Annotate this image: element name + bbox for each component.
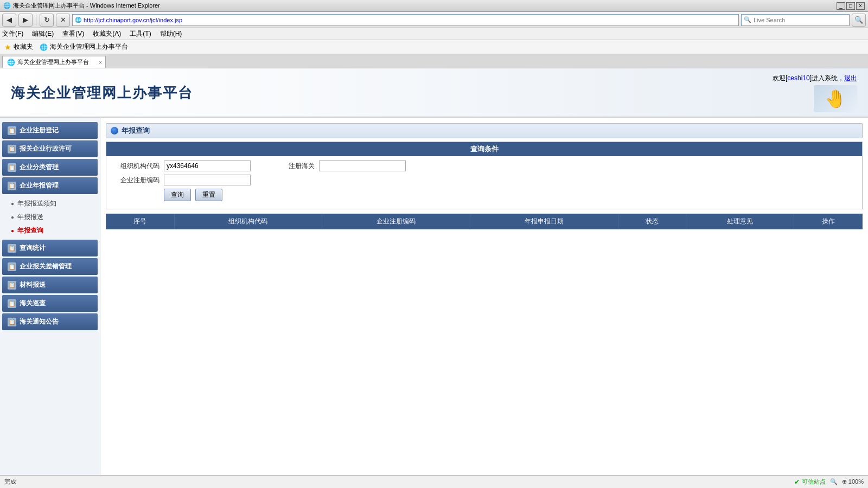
- sub-items-annual: ● 年报报送须知 ● 年报报送 ● 年报查询: [0, 196, 100, 240]
- titlebar-right: _ □ ×: [837, 2, 865, 10]
- org-code-input[interactable]: [164, 160, 251, 171]
- address-bar[interactable]: 🌐 http://jcf.chinaport.gov.cn/jcf/index.…: [72, 14, 739, 26]
- status-text: 完成: [4, 478, 16, 486]
- section-title: 年报查询: [122, 126, 150, 136]
- minimize-button[interactable]: _: [837, 2, 845, 10]
- titlebar-title: 海关企业管理网上办事平台 - Windows Internet Explorer: [13, 2, 160, 10]
- results-table: 序号 组织机构代码 企业注册编码 年报申报日期 状态 处理意见 操作: [106, 214, 863, 229]
- trusted-text: 可信站点: [802, 478, 826, 486]
- address-text: http://jcf.chinaport.gov.cn/jcf/index.js…: [84, 17, 736, 23]
- menu-tools[interactable]: 工具(T): [130, 29, 151, 38]
- header-right: 欢迎[ceshi10]进入系统，退出 🤚: [773, 74, 857, 112]
- sidebar-item-customs-error[interactable]: 📋 企业报关差错管理: [2, 258, 98, 275]
- welcome-prefix: 欢迎[: [773, 74, 787, 82]
- browser-tab[interactable]: 🌐 海关企业管理网上办事平台 ×: [2, 56, 106, 68]
- sidebar-item-customs-inspection[interactable]: 📋 海关巡查: [2, 295, 98, 312]
- sidebar-label-stats: 查询统计: [20, 243, 46, 253]
- query-button[interactable]: 查询: [164, 189, 191, 201]
- sidebar-label-notice: 海关通知公告: [20, 317, 59, 326]
- welcome-user: ceshi10: [787, 74, 809, 82]
- bullet-notice: ●: [11, 201, 14, 207]
- favorites-text: 收藏夹: [14, 42, 33, 52]
- sidebar-icon-notice: 📋: [8, 318, 16, 326]
- sidebar-item-material-submit[interactable]: 📋 材料报送: [2, 277, 98, 293]
- reset-button[interactable]: 重置: [195, 189, 222, 201]
- sidebar-item-customs-notice[interactable]: 📋 海关通知公告: [2, 313, 98, 330]
- welcome-area: 欢迎[ceshi10]进入系统，退出: [773, 74, 857, 83]
- reg-customs-label: 注册海关: [277, 162, 315, 171]
- sub-item-annual-submit[interactable]: ● 年报报送: [0, 210, 100, 224]
- section-circle-icon: [111, 127, 118, 134]
- sidebar-item-enterprise-register[interactable]: 📋 企业注册登记: [2, 122, 98, 139]
- address-icon: 🌐: [75, 17, 81, 23]
- search-box[interactable]: 🔍: [741, 14, 850, 26]
- query-buttons-row: 查询 重置: [111, 189, 858, 201]
- titlebar-icon: 🌐: [3, 2, 11, 9]
- menu-bar: 文件(F) 编辑(E) 查看(V) 收藏夹(A) 工具(T) 帮助(H): [0, 28, 868, 40]
- search-go-button[interactable]: 🔍: [852, 14, 866, 27]
- enterprise-reg-code-input[interactable]: [164, 175, 251, 185]
- trusted-badge: ✔ 可信站点: [794, 478, 826, 486]
- close-button[interactable]: ×: [856, 2, 865, 10]
- query-row-2: 企业注册编码: [111, 175, 858, 185]
- sidebar-label-register: 企业注册登记: [20, 126, 59, 135]
- sidebar-item-enterprise-annual[interactable]: 📋 企业年报管理: [2, 177, 98, 194]
- menu-view[interactable]: 查看(V): [62, 29, 84, 38]
- sidebar-item-customs-permit[interactable]: 📋 报关企业行政许可: [2, 140, 98, 157]
- sidebar-icon-material: 📋: [8, 281, 16, 290]
- back-button[interactable]: ◀: [2, 14, 16, 27]
- col-seq: 序号: [106, 214, 175, 229]
- sidebar-icon-stats: 📋: [8, 244, 16, 253]
- fav-site-icon: 🌐: [40, 43, 48, 51]
- query-panel-title: 查询条件: [470, 145, 499, 153]
- org-code-label: 组织机构代码: [111, 162, 159, 171]
- query-row-1: 组织机构代码 注册海关: [111, 160, 858, 171]
- col-org-code: 组织机构代码: [174, 214, 322, 229]
- page-header: 海关企业管理网上办事平台 欢迎[ceshi10]进入系统，退出 🤚: [0, 68, 868, 118]
- sub-label-submit: 年报报送: [17, 213, 43, 222]
- sidebar-item-query-stats[interactable]: 📋 查询统计: [2, 240, 98, 256]
- header-decoration: 🤚: [814, 85, 857, 112]
- sub-item-annual-notice[interactable]: ● 年报报送须知: [0, 197, 100, 210]
- check-icon: ✔: [794, 478, 800, 486]
- favorites-label[interactable]: ★ 收藏夹: [4, 42, 33, 52]
- logout-link[interactable]: 退出: [844, 74, 857, 82]
- page-title: 海关企业管理网上办事平台: [11, 84, 193, 102]
- content-area: 年报查询 查询条件 组织机构代码 注册海关 企业: [100, 118, 868, 475]
- sidebar-icon-classify: 📋: [8, 163, 16, 172]
- query-panel: 查询条件 组织机构代码 注册海关 企业注册编码: [106, 142, 863, 209]
- sub-item-annual-query[interactable]: ● 年报查询: [0, 224, 100, 237]
- restore-button[interactable]: □: [846, 2, 855, 10]
- zoom-level-icon: 🔍: [830, 478, 838, 485]
- sub-label-query: 年报查询: [17, 226, 43, 235]
- forward-button[interactable]: ▶: [18, 14, 33, 27]
- star-icon: ★: [4, 43, 11, 52]
- page-area: 海关企业管理网上办事平台 欢迎[ceshi10]进入系统，退出 🤚 📋 企业注册…: [0, 68, 868, 475]
- query-panel-body: 组织机构代码 注册海关 企业注册编码 查询 重置: [106, 156, 862, 209]
- favorites-bar: ★ 收藏夹 🌐 海关企业管理网上办事平台: [0, 40, 868, 54]
- browser-toolbar: ◀ ▶ ↻ ✕ 🌐 http://jcf.chinaport.gov.cn/jc…: [0, 12, 868, 28]
- zoom-text: ⊕ 100%: [842, 478, 864, 485]
- menu-file[interactable]: 文件(F): [2, 29, 23, 38]
- menu-help[interactable]: 帮助(H): [160, 29, 182, 38]
- table-header-row: 序号 组织机构代码 企业注册编码 年报申报日期 状态 处理意见 操作: [106, 214, 863, 229]
- page-title-text: 海关企业管理网上办事平台: [11, 85, 193, 101]
- refresh-button[interactable]: ↻: [40, 14, 54, 27]
- welcome-suffix: ]进入系统，: [810, 74, 844, 82]
- query-panel-header: 查询条件: [106, 142, 862, 156]
- sidebar-label-material: 材料报送: [20, 280, 46, 290]
- fav-site-label: 海关企业管理网上办事平台: [50, 42, 128, 52]
- sidebar-item-enterprise-classify[interactable]: 📋 企业分类管理: [2, 159, 98, 176]
- sidebar-label-annual: 企业年报管理: [20, 181, 59, 190]
- main-layout: 📋 企业注册登记 📋 报关企业行政许可 📋 企业分类管理 📋 企业年报管理 ● …: [0, 118, 868, 475]
- tab-close-button[interactable]: ×: [99, 59, 102, 65]
- reg-customs-input[interactable]: [319, 160, 406, 171]
- stop-button[interactable]: ✕: [56, 14, 70, 27]
- sidebar-label-permit: 报关企业行政许可: [20, 144, 72, 153]
- menu-favorites[interactable]: 收藏夹(A): [93, 29, 121, 38]
- search-input[interactable]: [754, 17, 847, 23]
- fav-item-site[interactable]: 🌐 海关企业管理网上办事平台: [40, 42, 128, 52]
- status-left: 完成: [4, 478, 16, 486]
- menu-edit[interactable]: 编辑(E): [32, 29, 54, 38]
- bullet-submit: ●: [11, 214, 14, 220]
